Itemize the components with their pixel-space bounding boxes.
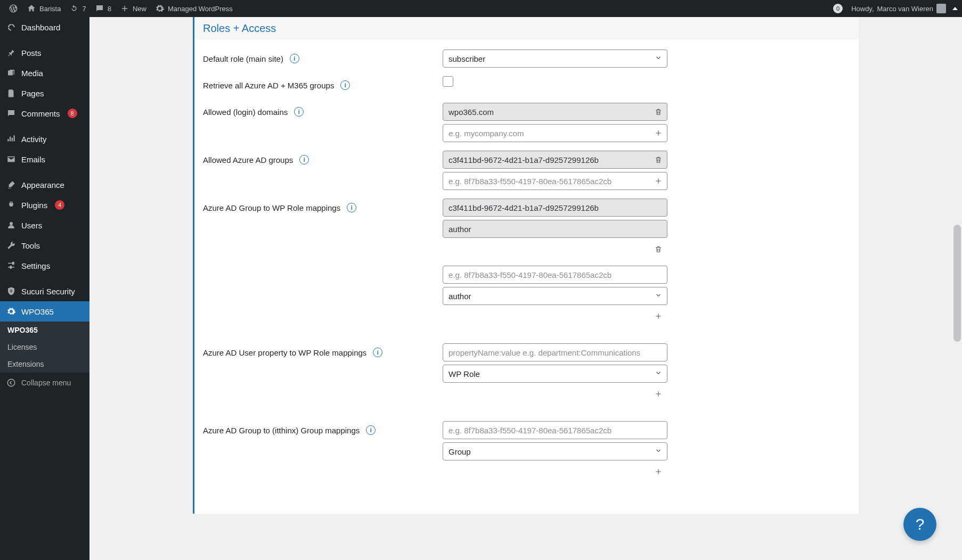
account-link[interactable]: Howdy, Marco van Wieren (847, 0, 950, 17)
sidebar-item-comments[interactable]: Comments 8 (0, 103, 89, 123)
sidebar-item-sucuri[interactable]: S Sucuri Security (0, 281, 89, 301)
scrollbar-thumb[interactable] (953, 225, 961, 342)
sidebar-item-label: Collapse menu (21, 378, 71, 387)
notifications-link[interactable]: 0 (829, 0, 847, 17)
field-label: Azure AD User property to WP Role mappin… (203, 348, 366, 357)
plugins-count-badge: 4 (55, 200, 64, 210)
info-icon[interactable]: i (294, 107, 304, 117)
group-role-map-role-select[interactable]: author (443, 287, 667, 305)
sidebar-item-label: Activity (21, 135, 47, 144)
sidebar-item-plugins[interactable]: Plugins 4 (0, 195, 89, 215)
delete-icon[interactable] (653, 106, 664, 118)
user-icon (6, 220, 16, 230)
gear-icon (6, 307, 16, 316)
info-icon[interactable]: i (373, 348, 382, 357)
sidebar-sub-extensions[interactable]: Extensions (0, 356, 89, 373)
allowed-group-input[interactable] (443, 172, 667, 190)
row-default-role: Default role (main site) i subscriber (203, 45, 850, 72)
howdy-prefix: Howdy, (851, 5, 874, 13)
comment-icon (95, 4, 104, 13)
sidebar-item-emails[interactable]: Emails (0, 149, 89, 169)
info-icon[interactable]: i (366, 425, 376, 435)
row-allowed-groups: Allowed Azure AD groups i c3f411bd-9672-… (203, 146, 850, 194)
sidebar-item-label: Dashboard (21, 23, 60, 32)
add-icon[interactable] (653, 388, 664, 400)
sidebar-item-posts[interactable]: Posts (0, 43, 89, 63)
add-icon[interactable] (653, 175, 664, 187)
sidebar-item-appearance[interactable]: Appearance (0, 175, 89, 195)
avatar (936, 4, 946, 13)
info-icon[interactable]: i (299, 155, 309, 164)
allowed-domain-value: wpo365.com (443, 103, 667, 121)
retrieve-groups-checkbox[interactable] (443, 76, 453, 87)
field-label: Default role (main site) (203, 54, 283, 63)
itthinx-group-input[interactable] (443, 421, 667, 439)
delete-icon[interactable] (653, 154, 664, 166)
sidebar-item-wpo365[interactable]: WPO365 (0, 301, 89, 322)
sidebar-item-label: Sucuri Security (21, 287, 75, 296)
user-prop-input[interactable] (443, 343, 667, 361)
add-icon[interactable] (653, 127, 664, 139)
scrollbar[interactable] (952, 17, 962, 560)
add-icon[interactable] (653, 310, 664, 322)
delete-icon[interactable] (653, 243, 664, 255)
help-fab[interactable]: ? (903, 508, 936, 541)
default-role-select[interactable]: subscriber (443, 50, 667, 68)
admin-bar: Barista 7 8 New Managed WordPress (0, 0, 962, 17)
info-icon[interactable]: i (290, 54, 299, 63)
dashboard-icon (6, 22, 16, 32)
brush-icon (6, 180, 16, 190)
managed-wp-link[interactable]: Managed WordPress (151, 0, 237, 17)
sidebar-item-media[interactable]: Media (0, 63, 89, 83)
group-role-map-role-value: author (443, 220, 667, 238)
sidebar-item-collapse[interactable]: Collapse menu (0, 373, 89, 393)
media-icon (6, 68, 16, 78)
sidebar-item-tools[interactable]: Tools (0, 235, 89, 256)
field-label: Azure AD Group to (itthinx) Group mappin… (203, 426, 360, 435)
allowed-domain-input[interactable] (443, 124, 667, 142)
wp-logo[interactable] (4, 0, 22, 17)
plus-icon (120, 4, 129, 13)
sidebar-item-pages[interactable]: Pages (0, 83, 89, 103)
user-prop-role-select[interactable]: WP Role (443, 365, 667, 383)
sidebar-sub-wpo365[interactable]: WPO365 (0, 322, 89, 339)
sidebar-item-dashboard[interactable]: Dashboard (0, 17, 89, 37)
collapse-icon (6, 378, 16, 388)
sidebar-item-label: WPO365 (21, 307, 54, 316)
sidebar-item-users[interactable]: Users (0, 215, 89, 235)
scroll-up-icon[interactable] (952, 7, 958, 10)
activity-icon (6, 134, 16, 144)
update-icon (69, 4, 79, 13)
row-retrieve-groups: Retrieve all Azure AD + M365 groups i (203, 72, 850, 98)
shield-icon: S (6, 286, 16, 296)
sidebar-item-label: Posts (21, 48, 42, 57)
field-label: Azure AD Group to WP Role mappings (203, 203, 340, 212)
group-role-map-group-value: c3f411bd-9672-4d21-b1a7-d9257299126b (443, 199, 667, 217)
new-link[interactable]: New (116, 0, 151, 17)
add-icon[interactable] (653, 466, 664, 477)
info-icon[interactable]: i (340, 80, 350, 90)
home-icon (27, 4, 36, 13)
comments-link[interactable]: 8 (91, 0, 116, 17)
site-name: Barista (39, 5, 61, 13)
updates-link[interactable]: 7 (65, 0, 90, 17)
settings-icon (6, 261, 16, 270)
sidebar-sub-licenses[interactable]: Licenses (0, 339, 89, 356)
row-allowed-domains: Allowed (login) domains i wpo365.com (203, 98, 850, 146)
info-icon[interactable]: i (347, 203, 356, 212)
sidebar-item-settings[interactable]: Settings (0, 256, 89, 276)
settings-card: Roles + Access Default role (main site) … (193, 17, 859, 514)
section-header: Roles + Access (194, 17, 859, 40)
svg-text:S: S (10, 289, 13, 293)
row-user-prop-map: Azure AD User property to WP Role mappin… (203, 339, 850, 404)
gear-icon (155, 4, 165, 13)
itthinx-group-select[interactable]: Group (443, 442, 667, 460)
group-role-map-group-input[interactable] (443, 266, 667, 284)
field-label: Allowed (login) domains (203, 108, 288, 117)
section-title: Roles + Access (203, 22, 850, 35)
email-icon (6, 154, 16, 164)
site-link[interactable]: Barista (22, 0, 65, 17)
sidebar-item-activity[interactable]: Activity (0, 129, 89, 149)
help-icon: ? (916, 515, 925, 533)
new-label: New (133, 5, 146, 13)
